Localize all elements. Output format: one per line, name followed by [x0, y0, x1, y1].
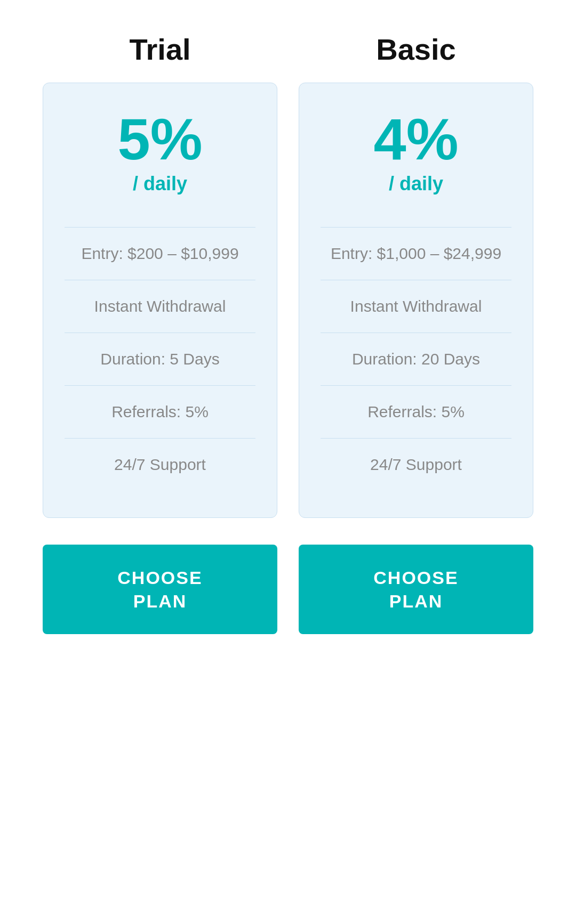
plan-card-trial: 5%/ dailyEntry: $200 – $10,999Instant Wi…	[43, 83, 277, 518]
choose-plan-button-trial[interactable]: CHOOSE PLAN	[43, 545, 277, 634]
plan-feature-basic-3: Referrals: 5%	[321, 385, 511, 438]
plan-feature-trial-1: Instant Withdrawal	[65, 280, 255, 333]
plan-period-basic: / daily	[389, 173, 443, 195]
plan-feature-basic-1: Instant Withdrawal	[321, 280, 511, 333]
plan-period-trial: / daily	[133, 173, 187, 195]
plan-title-basic: Basic	[376, 32, 455, 67]
plan-rate-trial: 5%	[118, 110, 203, 168]
plan-title-trial: Trial	[129, 32, 190, 67]
plan-features-trial: Entry: $200 – $10,999Instant WithdrawalD…	[65, 227, 255, 491]
plan-rate-basic: 4%	[374, 110, 459, 168]
plan-feature-trial-3: Referrals: 5%	[65, 385, 255, 438]
plan-feature-basic-0: Entry: $1,000 – $24,999	[321, 227, 511, 280]
plan-feature-trial-4: 24/7 Support	[65, 438, 255, 491]
plan-feature-trial-0: Entry: $200 – $10,999	[65, 227, 255, 280]
plans-container: Trial5%/ dailyEntry: $200 – $10,999Insta…	[27, 32, 549, 634]
plan-column-trial: Trial5%/ dailyEntry: $200 – $10,999Insta…	[43, 32, 277, 634]
choose-plan-button-basic[interactable]: CHOOSE PLAN	[299, 545, 533, 634]
plan-feature-trial-2: Duration: 5 Days	[65, 333, 255, 385]
plan-feature-basic-2: Duration: 20 Days	[321, 333, 511, 385]
plan-column-basic: Basic4%/ dailyEntry: $1,000 – $24,999Ins…	[299, 32, 533, 634]
plan-card-basic: 4%/ dailyEntry: $1,000 – $24,999Instant …	[299, 83, 533, 518]
plan-feature-basic-4: 24/7 Support	[321, 438, 511, 491]
plan-features-basic: Entry: $1,000 – $24,999Instant Withdrawa…	[321, 227, 511, 491]
